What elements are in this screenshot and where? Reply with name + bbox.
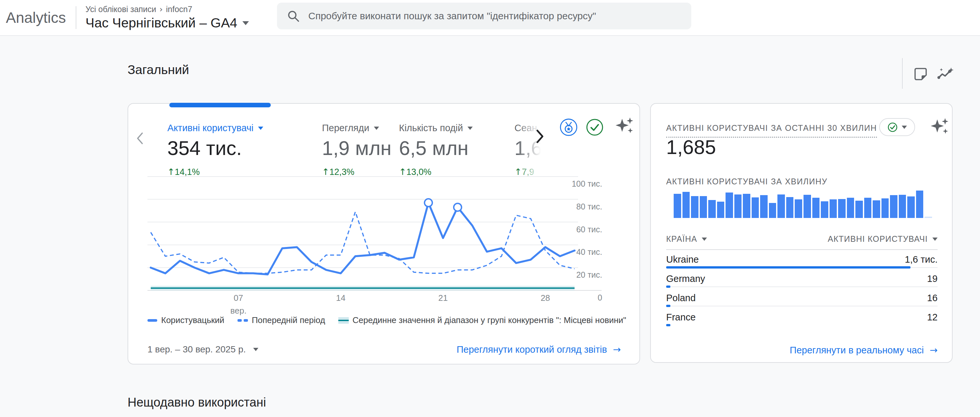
- legend-item-current: Користувацький: [148, 315, 224, 325]
- recently-used-section-title: Нещодавно використані: [127, 395, 266, 409]
- insights-sparkle-button[interactable]: [614, 116, 635, 136]
- metric-value: 6,5 млн: [399, 137, 473, 159]
- rt-bar: [674, 194, 681, 218]
- metric-label: Кількість подій: [399, 123, 463, 134]
- reports-snapshot-link[interactable]: Переглянути короткий огляд звітів →: [457, 344, 621, 355]
- insights-button[interactable]: [936, 65, 954, 83]
- realtime-table-header: КРАЇНА АКТИВНІ КОРИСТУВАЧІ: [666, 234, 938, 244]
- rt-bar: [838, 199, 846, 218]
- benchmark-medal-icon: [560, 118, 578, 136]
- rt-bar: [821, 201, 828, 218]
- rt-bar: [708, 200, 716, 218]
- metric-value: 1,9 млн: [322, 137, 391, 159]
- active-users-sort-header[interactable]: АКТИВНІ КОРИСТУВАЧІ: [828, 234, 938, 244]
- x-tick-label: 14: [321, 293, 360, 303]
- realtime-card: АКТИВНІ КОРИСТУВАЧІ ЗА ОСТАННІ 30 ХВИЛИН…: [650, 103, 953, 363]
- chevron-down-icon: [932, 237, 938, 241]
- metric-events: Кількість подій 6,5 млн ↑13,0%: [399, 123, 473, 177]
- country-name: Germany: [666, 274, 705, 284]
- y-tick-label: 0: [567, 293, 602, 302]
- rt-bar: [803, 195, 811, 218]
- rt-bar: [777, 194, 785, 218]
- page-title: Загальний: [127, 63, 189, 77]
- overview-card: Активні користувачі 354 тис. ↑14,1% Пере…: [127, 103, 640, 364]
- chevron-down-icon: [702, 237, 707, 241]
- property-selector[interactable]: Час Чернігівський – GA4: [86, 15, 249, 31]
- metrics-next-button[interactable]: [534, 128, 546, 145]
- row-progress: [666, 266, 938, 269]
- rt-bar: [769, 203, 776, 218]
- account-property-switcher[interactable]: Усі облікові записи › infocn7 Час Черніг…: [86, 5, 249, 31]
- rt-bar: [717, 202, 725, 218]
- view-realtime-link[interactable]: Переглянути в реальному часі →: [790, 345, 938, 356]
- notes-button[interactable]: [912, 65, 929, 83]
- rt-bar: [795, 199, 802, 218]
- breadcrumb-root[interactable]: Усі облікові записи: [86, 5, 156, 14]
- metric-value: 354 тис.: [167, 137, 263, 159]
- check-circle-icon: [585, 118, 604, 136]
- country-value: 1,6 тис.: [905, 254, 938, 265]
- rt-bar: [752, 197, 759, 218]
- table-row: Ukraine 1,6 тис.: [666, 250, 938, 269]
- table-row: Germany 19: [666, 269, 938, 288]
- dashed-line-swatch: [237, 319, 248, 322]
- data-quality-button[interactable]: [585, 118, 604, 136]
- country-name: France: [666, 312, 695, 323]
- y-tick-label: 80 тис.: [567, 202, 602, 212]
- rt-bar: [682, 192, 690, 218]
- country-name: Poland: [666, 293, 695, 304]
- rt-bar: [743, 194, 750, 218]
- chevron-down-icon: [902, 126, 907, 129]
- metric-views: Перегляди 1,9 млн ↑12,3%: [322, 123, 391, 177]
- chart-plot-area: [148, 176, 604, 294]
- breadcrumb-account[interactable]: infocn7: [166, 5, 192, 14]
- carousel-indicator[interactable]: [169, 103, 271, 107]
- country-value: 19: [927, 274, 938, 284]
- metric-selector[interactable]: Активні користувачі: [167, 123, 263, 134]
- legend-item-benchmark: Серединне значення й діапазон у групі ко…: [338, 315, 626, 325]
- rt-bar: [864, 198, 872, 218]
- rt-bar: [855, 201, 863, 218]
- x-tick-label: 28: [526, 293, 565, 303]
- metric-selector[interactable]: Кількість подій: [399, 123, 473, 134]
- realtime-country-table: Ukraine 1,6 тис. Germany 19 Poland 16 Fr…: [666, 250, 938, 327]
- y-tick-label: 60 тис.: [567, 225, 602, 234]
- benchmarking-badge-button[interactable]: [560, 118, 578, 136]
- y-tick-label: 20 тис.: [567, 270, 602, 280]
- up-arrow-icon: ↑: [322, 167, 329, 177]
- rt-bar: [847, 198, 854, 218]
- metric-selector[interactable]: Перегляди: [322, 123, 391, 134]
- insights-sparkle-button[interactable]: [929, 117, 950, 137]
- rt-bar: [786, 197, 794, 218]
- country-value: 16: [927, 293, 938, 304]
- breadcrumb: Усі облікові записи › infocn7: [86, 5, 249, 14]
- overview-line-chart: 020 тис.40 тис.60 тис.80 тис.100 тис. 07…: [148, 176, 604, 313]
- rt-bar: [873, 201, 880, 218]
- metric-label: Активні користувачі: [167, 123, 253, 134]
- chevron-left-icon: [135, 131, 146, 146]
- row-progress: [666, 285, 938, 288]
- sparkle-icon: [929, 117, 950, 137]
- chevron-down-icon: [374, 127, 379, 130]
- metrics-prev-button[interactable]: [135, 131, 146, 146]
- country-sort-header[interactable]: КРАЇНА: [666, 234, 707, 244]
- country-value: 12: [927, 312, 938, 323]
- chevron-down-icon: [253, 348, 258, 351]
- date-range-selector[interactable]: 1 вер. – 30 вер. 2025 р.: [148, 344, 258, 355]
- rt-bar: [916, 191, 924, 218]
- rt-bar: [691, 196, 698, 218]
- metric-active-users: Активні користувачі 354 тис. ↑14,1%: [167, 123, 263, 177]
- row-progress: [666, 324, 938, 326]
- check-circle-icon: [887, 122, 898, 132]
- breadcrumb-chevron-icon: ›: [159, 5, 163, 14]
- search-bar[interactable]: [277, 3, 691, 29]
- overview-card-footer: 1 вер. – 30 вер. 2025 р. Переглянути кор…: [148, 340, 621, 359]
- rt-bar: [760, 195, 768, 218]
- realtime-status-dropdown[interactable]: [879, 118, 915, 136]
- metric-label: Перегляди: [322, 123, 369, 134]
- header-divider: [76, 6, 76, 29]
- search-input[interactable]: [308, 10, 684, 22]
- sparkle-icon: [614, 116, 635, 136]
- up-arrow-icon: ↑: [399, 167, 406, 177]
- metric-delta: ↑13,0%: [399, 167, 473, 177]
